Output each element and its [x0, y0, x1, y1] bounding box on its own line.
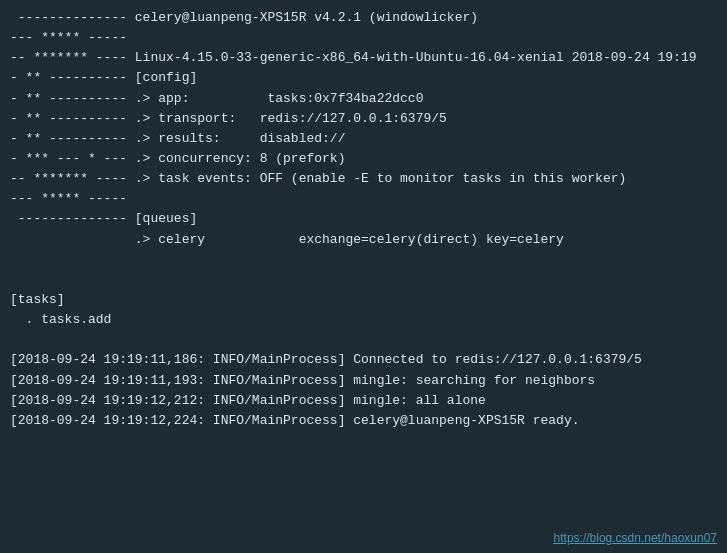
terminal-line: -- ******* ---- .> task events: OFF (ena… — [10, 169, 717, 189]
terminal-line-log4: [2018-09-24 19:19:12,224: INFO/MainProce… — [10, 411, 717, 431]
terminal-line-log2: [2018-09-24 19:19:11,193: INFO/MainProce… — [10, 371, 717, 391]
terminal-line: --- ***** ----- — [10, 28, 717, 48]
terminal-line: - ** ---------- .> transport: redis://12… — [10, 109, 717, 129]
terminal-line: . tasks.add — [10, 310, 717, 330]
terminal-line-log1: [2018-09-24 19:19:11,186: INFO/MainProce… — [10, 350, 717, 370]
terminal-line: [tasks] — [10, 290, 717, 310]
terminal-line — [10, 330, 717, 350]
watermark-link: https://blog.csdn.net/haoxun07 — [554, 531, 717, 545]
terminal-line: - *** --- * --- .> concurrency: 8 (prefo… — [10, 149, 717, 169]
terminal-line — [10, 250, 717, 270]
terminal-line: - ** ---------- .> results: disabled:// — [10, 129, 717, 149]
terminal-line-log3: [2018-09-24 19:19:12,212: INFO/MainProce… — [10, 391, 717, 411]
terminal-line: -------------- celery@luanpeng-XPS15R v4… — [10, 8, 717, 28]
terminal-line — [10, 270, 717, 290]
terminal-line: - ** ---------- .> app: tasks:0x7f34ba22… — [10, 89, 717, 109]
terminal-line: .> celery exchange=celery(direct) key=ce… — [10, 230, 717, 250]
terminal-window: -------------- celery@luanpeng-XPS15R v4… — [0, 0, 727, 553]
terminal-line: -------------- [queues] — [10, 209, 717, 229]
terminal-line: -- ******* ---- Linux-4.15.0-33-generic-… — [10, 48, 717, 68]
terminal-line: - ** ---------- [config] — [10, 68, 717, 88]
terminal-line: --- ***** ----- — [10, 189, 717, 209]
